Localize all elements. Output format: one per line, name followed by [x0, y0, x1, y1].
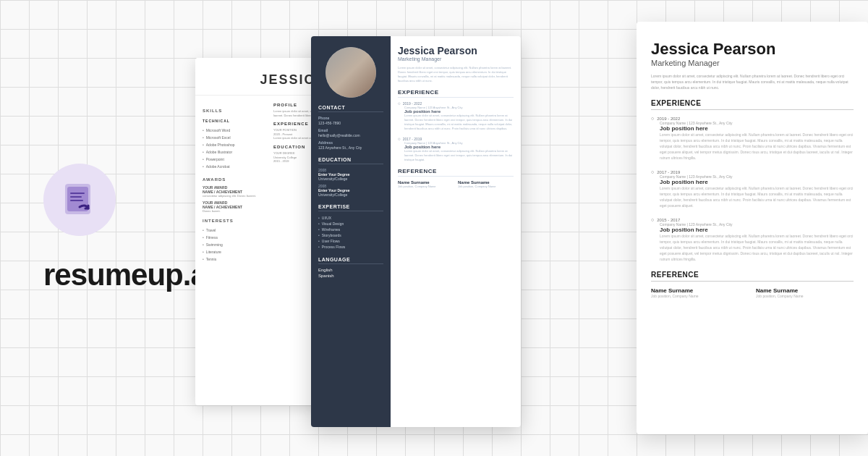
mid-lang-title: Language [318, 257, 383, 264]
document-icon [58, 178, 101, 221]
rr-ref-2-name: Name Surname [756, 287, 854, 294]
mid-exp-2-desc: Lorem ipsum dolor sit amet, consectetur … [404, 149, 514, 162]
awards-label: AWARDS [203, 177, 268, 182]
rr-ref-section: Reference Name Surname Job position, Com… [651, 271, 854, 298]
mid-ref-1-role: Job position, Company Name [398, 185, 454, 188]
interests-list: Travel Fitness Swimming Literature Tenni… [203, 227, 268, 263]
lang-english: English [318, 268, 383, 272]
rr-ref-1-role: Job position, Company Name [651, 294, 749, 298]
award-2-desc: Donec laoreit. [203, 209, 268, 213]
resume-mid-right-col: Jessica Pearson Marketing Manager Lorem … [391, 36, 521, 427]
mid-ref-2-role: Job position, Company Name [458, 185, 514, 188]
mid-ref-2: Name Surname Job position, Company Name [458, 180, 514, 188]
rr-name: Jessica Pearson [651, 40, 854, 59]
interest-swimming: Swimming [203, 241, 268, 248]
svg-rect-4 [70, 200, 83, 201]
rr-exp-2: 2017 - 2019 Company Name | 123 Anywhere … [651, 169, 854, 208]
logo-icon [43, 164, 116, 236]
expertise-storyboards: Storyboards [318, 232, 383, 238]
svg-rect-3 [70, 196, 82, 198]
mid-ref-grid: Name Surname Job position, Company Name … [398, 180, 514, 188]
award-1: YOUR AWARDNAME / ACHIEVEMENT consectetur… [203, 185, 268, 198]
mid-email-value: hello@sally@realtitle.com [318, 133, 383, 138]
award-2: YOUR AWARDNAME / ACHIEVEMENT Donec laore… [203, 200, 268, 213]
mid-exp-section-title: Experience [398, 89, 514, 98]
technical-label: TECHNICAL [203, 119, 268, 123]
rr-exp-title: Experience [651, 99, 854, 110]
mid-contact-title: Contact [318, 105, 383, 112]
mid-edu-title: Education [318, 157, 383, 164]
skill-photoshop: Adobe Photoshop [203, 141, 268, 148]
rr-exp-2-desc: Lorem ipsum dolor sit amet, consectetur … [651, 185, 854, 208]
mid-language-section: Language English Spanish [318, 257, 383, 278]
resume-mid-preview: Contact Phone 123-456-7890 Email hello@s… [311, 36, 521, 427]
mid-email-label: Email [318, 128, 383, 132]
interest-tennis: Tennis [203, 256, 268, 263]
expertise-visual: Visual Design [318, 221, 383, 227]
mid-edu-school-1: University/College [318, 177, 383, 181]
mid-edu-entry-1: 2008 Enter Your Degree University/Colleg… [318, 168, 383, 181]
mid-education-section: Education 2008 Enter Your Degree Univers… [318, 157, 383, 197]
rr-exp-1-role: Job position here [651, 125, 854, 132]
rr-ref-grid: Name Surname Job position, Company Name … [651, 287, 854, 298]
avatar [326, 47, 376, 98]
mid-contact-section: Contact Phone 123-456-7890 Email hello@s… [318, 105, 383, 150]
rr-exp-3-year: 2015 - 2017 [651, 217, 854, 222]
mid-ref-1: Name Surname Job position, Company Name [398, 180, 454, 188]
resume-mid-left-col: Contact Phone 123-456-7890 Email hello@s… [311, 36, 391, 427]
rr-ref-2: Name Surname Job position, Company Name [756, 287, 854, 298]
rr-exp-2-role: Job position here [651, 179, 854, 185]
mid-ref-section-title: Reference [398, 168, 514, 177]
rr-exp-3: 2015 - 2017 Company Name | 123 Anywhere … [651, 217, 854, 262]
mid-edu-entry-2: 2008 Enter Your Degree University/Colleg… [318, 184, 383, 197]
rr-exp-section: Experience 2019 - 2022 Company Name | 12… [651, 99, 854, 262]
interest-fitness: Fitness [203, 234, 268, 241]
award-1-title: YOUR AWARDNAME / ACHIEVEMENT [203, 185, 268, 194]
mid-edu-school-2: University/College [318, 193, 383, 197]
skills-section-title: SKILLS [203, 109, 268, 113]
awards-list: YOUR AWARDNAME / ACHIEVEMENT consectetur… [203, 185, 268, 213]
resume-right-preview: Jessica Pearson Marketing Manager Lorem … [637, 22, 868, 434]
rr-role: Marketing Manager [651, 59, 854, 67]
expertise-uiux: UI/UX [318, 215, 383, 221]
skill-acrobat: Adobe Acrobat [203, 163, 268, 170]
rr-ref-1: Name Surname Job position, Company Name [651, 287, 749, 298]
expertise-userflows: User Flows [318, 238, 383, 244]
skill-illustrator: Adobe Illustrator [203, 148, 268, 156]
interest-literature: Literature [203, 248, 268, 256]
expertise-processflows: Process Flows [318, 244, 383, 250]
award-1-desc: consectetur adipiscing elit. Donec laore… [203, 194, 268, 198]
mid-exp-1: 2019 - 2022 Company Name | 123 Anywhere … [398, 101, 514, 131]
mid-address-value: 123 Anywhere St., Any City [318, 145, 383, 150]
rr-exp-3-desc: Lorem ipsum dolor sit amet, consectetur … [651, 233, 854, 262]
rr-bio: Lorem ipsum dolor sit amet, consectetur … [651, 73, 854, 90]
rr-exp-1: 2019 - 2022 Company Name | 123 Anywhere … [651, 116, 854, 161]
lang-spanish: Spanish [318, 274, 383, 278]
logo-container [43, 164, 116, 236]
rr-exp-2-year: 2017 - 2019 [651, 169, 854, 174]
interests-label: INTERESTS [203, 219, 268, 223]
skill-powerpoint: Powerpoint [203, 156, 268, 163]
interest-travel: Travel [203, 227, 268, 234]
mid-address-label: Address [318, 140, 383, 145]
resume-back-left-col: SKILLS TECHNICAL Microsoft Word Microsof… [203, 103, 268, 263]
skill-word: Microsoft Word [203, 127, 268, 134]
award-2-title: YOUR AWARDNAME / ACHIEVEMENT [203, 200, 268, 209]
rr-exp-1-year: 2019 - 2022 [651, 116, 854, 121]
rr-ref-title: Reference [651, 271, 854, 282]
rr-ref-1-name: Name Surname [651, 287, 749, 294]
mid-expertise-title: Expertise [318, 204, 383, 211]
rr-ref-2-role: Job position, Company Name [756, 294, 854, 298]
mid-name: Jessica Pearson [398, 45, 514, 56]
mid-role: Marketing Manager [398, 56, 514, 62]
mid-expertise-section: Expertise UI/UX Visual Design Wireframes… [318, 204, 383, 250]
mid-phone-label: Phone [318, 116, 383, 120]
skill-excel: Microsoft Excel [203, 134, 268, 141]
expertise-wireframes: Wireframes [318, 227, 383, 232]
mid-exp-2: 2017 - 2019 Company Name | 123 Anywhere … [398, 137, 514, 162]
mid-phone-value: 123-456-7890 [318, 121, 383, 125]
avatar-image [326, 47, 376, 98]
mid-bio: Lorem ipsum dolor sit amet, consectetur … [398, 66, 514, 83]
rr-exp-3-role: Job position here [651, 227, 854, 233]
mid-exp-1-desc: Lorem ipsum dolor sit amet, consectetur … [404, 114, 514, 131]
